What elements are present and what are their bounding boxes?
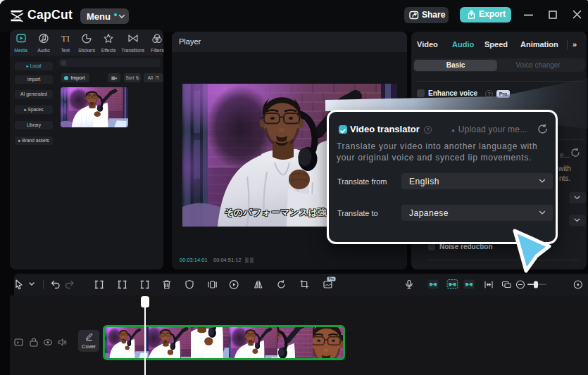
svg-text:Pro: Pro bbox=[329, 277, 334, 281]
svg-text:TI: TI bbox=[61, 33, 70, 44]
